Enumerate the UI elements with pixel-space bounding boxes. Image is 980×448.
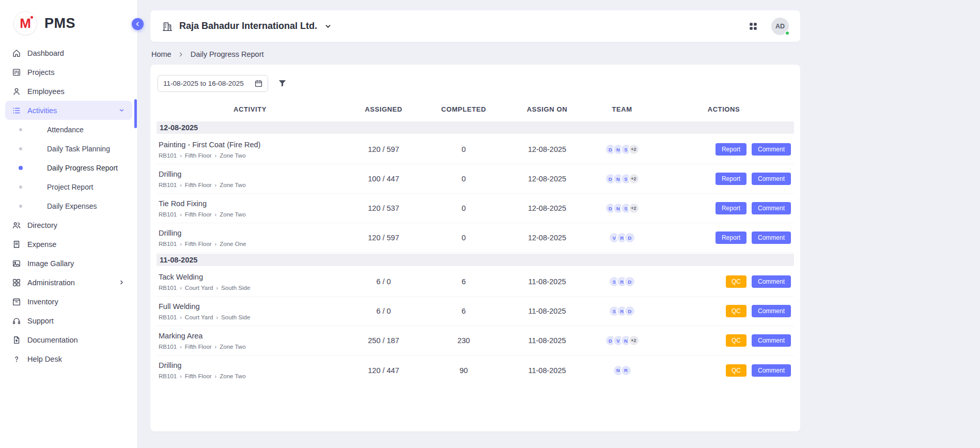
activity-location-path: RB101›Fifth Floor›Zone Two — [159, 344, 341, 350]
table-row: Drilling RB101›Fifth Floor›Zone One 120 … — [157, 223, 794, 253]
sidebar-item-projects[interactable]: Projects — [5, 63, 132, 82]
sidebar-item-image-gallary[interactable]: Image Gallary — [5, 254, 132, 273]
activity-location-path: RB101›Fifth Floor›Zone Two — [159, 152, 341, 159]
location-segment: Court Yard — [185, 314, 213, 320]
filter-row: 11-08-2025 to 16-08-2025 — [157, 71, 794, 97]
qc-button[interactable]: QC — [726, 305, 746, 317]
comment-button[interactable]: Comment — [752, 202, 791, 214]
activity-title: Drilling — [159, 229, 341, 237]
sidebar-item-directory[interactable]: Directory — [5, 215, 132, 235]
table-row: Tie Rod Fixing RB101›Fifth Floor›Zone Tw… — [157, 194, 794, 223]
sidebar-subitem-daily-expenses[interactable]: Daily Expenses — [0, 196, 137, 215]
activity-cell: Full Welding RB101›Court Yard›South Side — [157, 298, 344, 325]
sidebar-item-help-desk[interactable]: Help Desk — [5, 349, 132, 368]
chevron-right-icon: › — [180, 152, 182, 159]
sidebar-item-support[interactable]: Support — [5, 311, 132, 330]
location-segment: RB101 — [159, 344, 177, 350]
chevron-right-icon — [178, 51, 184, 58]
completed-value: 6 — [424, 307, 504, 315]
chevron-right-icon: › — [215, 344, 217, 350]
qc-button[interactable]: QC — [726, 364, 746, 377]
comment-button[interactable]: Comment — [752, 231, 791, 244]
filter-icon[interactable] — [277, 79, 287, 88]
sidebar-nav: DashboardProjectsEmployeesActivitiesAtte… — [0, 41, 137, 370]
team-avatar[interactable]: D — [624, 276, 635, 287]
column-header-activity: ACTIVITY — [157, 105, 344, 113]
bullet-icon — [19, 205, 22, 208]
directory-icon — [12, 221, 21, 230]
sidebar-scrollbar-thumb[interactable] — [134, 99, 137, 128]
gallery-icon — [12, 259, 21, 268]
comment-button[interactable]: Comment — [752, 305, 791, 317]
sidebar-subitem-daily-task-planning[interactable]: Daily Task Planning — [0, 139, 137, 158]
assigned-value: 6 / 0 — [344, 277, 424, 286]
comment-button[interactable]: Comment — [752, 275, 791, 288]
sidebar-subitem-label: Project Report — [47, 183, 93, 191]
comment-button[interactable]: Comment — [752, 364, 791, 377]
activity-cell: Drilling RB101›Fifth Floor›Zone One — [157, 225, 344, 251]
sidebar-item-label: Projects — [27, 68, 54, 76]
comment-button[interactable]: Comment — [752, 143, 791, 156]
date-range-input[interactable]: 11-08-2025 to 16-08-2025 — [158, 75, 268, 92]
completed-value: 6 — [424, 277, 504, 286]
row-actions: QCComment — [654, 364, 794, 377]
report-button[interactable]: Report — [715, 173, 746, 185]
completed-value: 0 — [424, 204, 504, 212]
row-actions: ReportComment — [654, 143, 794, 156]
report-button[interactable]: Report — [715, 202, 746, 214]
date-group-header: 12-08-2025 — [157, 121, 794, 134]
team-extra-badge[interactable]: +2 — [628, 203, 640, 214]
sidebar-subitem-attendance[interactable]: Attendance — [0, 120, 137, 139]
chevron-right-icon: › — [180, 241, 182, 247]
sidebar-item-label: Image Gallary — [27, 259, 74, 268]
report-button[interactable]: Report — [715, 231, 746, 244]
chevron-right-icon: › — [180, 314, 182, 320]
qc-button[interactable]: QC — [726, 334, 746, 347]
sidebar-item-employees[interactable]: Employees — [5, 82, 132, 101]
sidebar-item-inventory[interactable]: Inventory — [5, 292, 132, 311]
sidebar-item-label: Documentation — [27, 336, 78, 344]
comment-button[interactable]: Comment — [752, 173, 791, 185]
report-button[interactable]: Report — [715, 143, 746, 156]
sidebar-item-label: Support — [27, 317, 54, 325]
user-avatar[interactable]: AD — [771, 18, 789, 35]
breadcrumb-home[interactable]: Home — [151, 50, 172, 58]
activity-location-path: RB101›Fifth Floor›Zone Two — [159, 373, 341, 379]
location-segment: RB101 — [159, 241, 177, 247]
sidebar-subitem-project-report[interactable]: Project Report — [0, 177, 137, 196]
team-extra-badge[interactable]: +2 — [628, 173, 640, 184]
sidebar-collapse-button[interactable] — [132, 18, 144, 30]
team-extra-badge[interactable]: +2 — [628, 335, 640, 346]
sidebar-item-label: Help Desk — [27, 355, 62, 363]
team-avatar[interactable]: R — [620, 365, 632, 376]
table-row: Drilling RB101›Fifth Floor›Zone Two 100 … — [157, 164, 794, 194]
sidebar-item-dashboard[interactable]: Dashboard — [5, 43, 132, 63]
row-actions: ReportComment — [654, 202, 794, 214]
home-icon — [12, 49, 21, 58]
sidebar-item-documentation[interactable]: Documentation — [5, 330, 132, 349]
team-avatar[interactable]: D — [624, 305, 635, 317]
sidebar-subitem-daily-progress-report[interactable]: Daily Progress Report — [0, 158, 137, 177]
chevron-right-icon: › — [180, 182, 182, 188]
chevron-down-icon — [118, 106, 126, 114]
sidebar-item-administration[interactable]: Administration — [5, 273, 132, 292]
chevron-right-icon: › — [180, 211, 182, 218]
activity-cell: Drilling RB101›Fifth Floor›Zone Two — [157, 166, 344, 192]
team-extra-badge[interactable]: +2 — [628, 144, 640, 155]
location-segment: Zone Two — [220, 211, 245, 218]
sidebar-subitem-label: Daily Expenses — [47, 202, 97, 210]
location-segment: Zone Two — [220, 373, 245, 379]
qc-button[interactable]: QC — [726, 275, 746, 288]
apps-grid-icon[interactable] — [749, 22, 758, 31]
sidebar-item-label: Inventory — [27, 298, 58, 306]
location-segment: Fifth Floor — [185, 182, 212, 188]
sidebar-item-expense[interactable]: Expense — [5, 235, 132, 254]
sidebar-item-activities[interactable]: Activities — [5, 101, 132, 120]
activity-location-path: RB101›Fifth Floor›Zone Two — [159, 211, 341, 218]
company-selector[interactable]: Raja Bahadur International Ltd. — [162, 21, 333, 32]
location-segment: RB101 — [159, 182, 177, 188]
team-avatar[interactable]: D — [624, 232, 635, 243]
assign-on-value: 11-08-2025 — [504, 307, 590, 315]
location-segment: Fifth Floor — [185, 344, 212, 350]
comment-button[interactable]: Comment — [752, 334, 791, 347]
